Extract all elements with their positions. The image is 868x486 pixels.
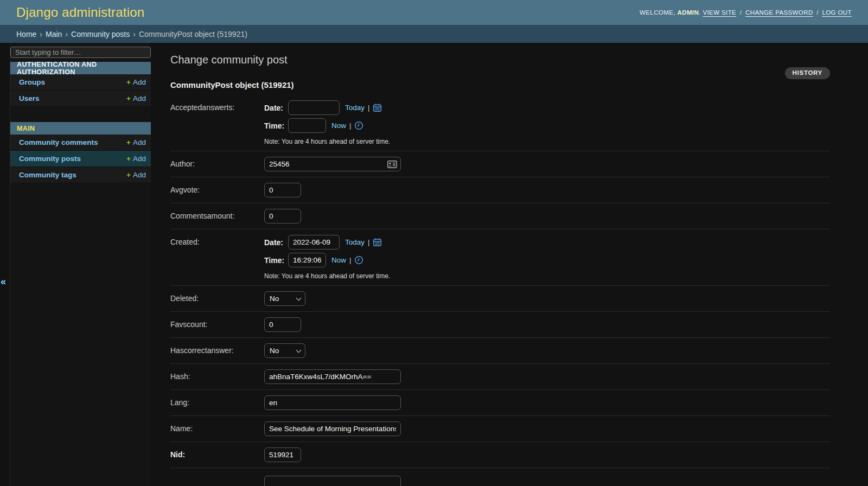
field-label: Acceptedanswerts: <box>170 100 264 112</box>
field-label <box>170 476 264 478</box>
module-main: MAIN Community comments +Add Community p… <box>10 122 151 183</box>
sidebar-item-community-posts[interactable]: Community posts +Add <box>10 151 151 167</box>
deleted-select[interactable]: No <box>264 291 305 306</box>
today-shortcut-link[interactable]: Today <box>345 104 365 112</box>
sidebar-toggle-strip: « <box>0 43 10 486</box>
change-password-link[interactable]: CHANGE PASSWORD <box>745 9 813 16</box>
date-label: Date: <box>264 238 288 247</box>
hash-input[interactable] <box>264 369 401 384</box>
sidebar-item-groups[interactable]: Groups +Add <box>10 74 151 91</box>
community-posts-link[interactable]: Community posts <box>19 155 81 163</box>
log-out-link[interactable]: LOG OUT <box>822 9 852 16</box>
sidebar-item-users[interactable]: Users +Add <box>10 91 151 107</box>
field-label: Hascorrectanswer: <box>170 343 264 355</box>
clock-icon[interactable] <box>354 121 363 130</box>
form-row-name: Name: <box>170 416 830 442</box>
today-shortcut-link[interactable]: Today <box>345 238 365 246</box>
object-tools: HISTORY <box>170 67 830 79</box>
breadcrumb-separator: › <box>133 30 136 39</box>
welcome-text: WELCOME, <box>640 9 675 16</box>
form-row-lang: Lang: <box>170 390 830 416</box>
breadcrumb-current: CommunityPost object (519921) <box>139 30 247 39</box>
breadcrumb-app[interactable]: Main <box>46 30 62 39</box>
time-label: Time: <box>264 122 288 130</box>
calendar-icon[interactable] <box>373 103 382 112</box>
time-label: Time: <box>264 256 288 265</box>
add-label: Add <box>133 78 146 86</box>
community-tags-link[interactable]: Community tags <box>19 171 76 179</box>
link-separator: / <box>816 9 819 16</box>
author-input[interactable] <box>264 157 401 171</box>
groups-link[interactable]: Groups <box>19 78 45 86</box>
user-tools: WELCOME, ADMIN. VIEW SITE / CHANGE PASSW… <box>640 9 852 16</box>
lang-input[interactable] <box>264 395 401 410</box>
sidebar-collapse-icon[interactable]: « <box>1 276 6 287</box>
name-input[interactable] <box>264 421 401 436</box>
object-title: CommunityPost object (519921) <box>170 80 830 89</box>
field-label: Created: <box>170 235 264 246</box>
add-community-comments-link[interactable]: +Add <box>126 138 146 146</box>
add-label: Add <box>133 155 146 163</box>
breadcrumb-separator: › <box>65 30 68 39</box>
view-site-link[interactable]: VIEW SITE <box>703 9 736 16</box>
related-lookup-icon[interactable] <box>387 161 397 168</box>
add-community-tags-link[interactable]: +Add <box>126 171 146 179</box>
field-label: Avgvote: <box>170 183 264 194</box>
sidebar-item-community-comments[interactable]: Community comments +Add <box>10 135 151 151</box>
nid-input[interactable] <box>264 447 301 462</box>
app-header: Django administration WELCOME, ADMIN. VI… <box>0 0 868 25</box>
welcome-period: . <box>699 9 701 16</box>
history-button[interactable]: HISTORY <box>785 67 830 79</box>
shortcut-separator: | <box>349 256 351 264</box>
form-row-favscount: Favscount: <box>170 312 830 338</box>
main-content: Change community post HISTORY CommunityP… <box>151 43 868 486</box>
timezone-note: Note: You are 4 hours ahead of server ti… <box>264 272 390 280</box>
form-row-author: Author: <box>170 151 830 177</box>
plus-icon: + <box>126 94 131 103</box>
breadcrumb: Home › Main › Community posts › Communit… <box>0 25 868 43</box>
created-date-input[interactable] <box>288 235 340 250</box>
sidebar-filter-input[interactable] <box>10 47 151 58</box>
form-row-nid: Nid: <box>170 442 830 468</box>
calendar-icon[interactable] <box>373 238 382 247</box>
field-label: Author: <box>170 157 264 168</box>
now-shortcut-link[interactable]: Now <box>331 122 346 130</box>
community-comments-link[interactable]: Community comments <box>19 138 98 146</box>
commentsamount-input[interactable] <box>264 209 301 223</box>
form-row-hash: Hash: <box>170 364 830 390</box>
clock-icon[interactable] <box>354 255 363 265</box>
link-separator: / <box>740 9 742 16</box>
form-row-hascorrectanswer: Hascorrectanswer: No <box>170 338 830 364</box>
add-community-posts-link[interactable]: +Add <box>126 155 146 163</box>
avgvote-input[interactable] <box>264 183 301 197</box>
plus-icon: + <box>126 138 131 146</box>
site-title[interactable]: Django administration <box>16 5 144 20</box>
timezone-note: Note: You are 4 hours ahead of server ti… <box>264 138 390 145</box>
created-time-input[interactable] <box>288 253 326 267</box>
form-row-partial <box>170 468 830 486</box>
nav-sidebar: AUTHENTICATION AND AUTHORIZATION Groups … <box>10 43 151 486</box>
module-auth: AUTHENTICATION AND AUTHORIZATION Groups … <box>10 62 151 107</box>
shortcut-separator: | <box>368 238 369 246</box>
plus-icon: + <box>126 171 131 179</box>
sidebar-item-community-tags[interactable]: Community tags +Add <box>10 167 151 183</box>
field-label: Commentsamount: <box>170 209 264 220</box>
acceptedanswerts-date-input[interactable] <box>288 100 340 115</box>
add-groups-link[interactable]: +Add <box>126 78 146 86</box>
module-auth-caption: AUTHENTICATION AND AUTHORIZATION <box>10 62 151 74</box>
favscount-input[interactable] <box>264 317 301 332</box>
hascorrectanswer-select[interactable]: No <box>264 343 305 358</box>
plus-icon: + <box>126 155 131 163</box>
add-label: Add <box>133 94 146 103</box>
add-users-link[interactable]: +Add <box>126 94 146 103</box>
acceptedanswerts-time-input[interactable] <box>288 118 326 133</box>
shortcut-separator: | <box>349 122 351 130</box>
breadcrumb-home[interactable]: Home <box>16 30 36 39</box>
date-label: Date: <box>264 104 288 112</box>
shortcut-separator: | <box>368 104 369 112</box>
next-field-input[interactable] <box>264 476 401 486</box>
module-main-caption: MAIN <box>10 122 151 135</box>
users-link[interactable]: Users <box>19 94 40 103</box>
breadcrumb-model[interactable]: Community posts <box>71 30 130 39</box>
now-shortcut-link[interactable]: Now <box>331 256 346 264</box>
